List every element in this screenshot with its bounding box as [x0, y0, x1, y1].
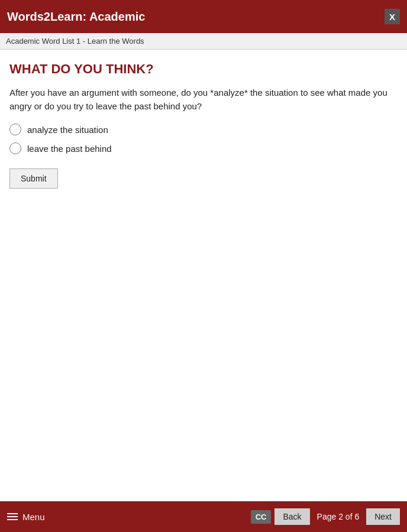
app-header: Words2Learn: Academic X — [0, 0, 407, 33]
list-item: leave the past behind — [9, 142, 398, 154]
option-label-2[interactable]: leave the past behind — [27, 144, 112, 154]
menu-icon — [7, 513, 18, 520]
main-content: WHAT DO YOU THINK? After you have an arg… — [0, 50, 407, 501]
question-text: After you have an argument with someone,… — [9, 86, 398, 113]
options-list: analyze the situation leave the past beh… — [9, 124, 398, 154]
submit-button[interactable]: Submit — [9, 168, 58, 189]
next-button[interactable]: Next — [366, 508, 400, 525]
option-label-1[interactable]: analyze the situation — [27, 125, 108, 135]
breadcrumb: Academic Word List 1 - Learn the Words — [0, 33, 407, 50]
option-radio-2[interactable] — [9, 142, 21, 154]
cc-button[interactable]: CC — [251, 510, 272, 524]
option-radio-1[interactable] — [9, 124, 21, 135]
app-footer: Menu CC Back Page 2 of 6 Next — [0, 501, 407, 532]
breadcrumb-text: Academic Word List 1 - Learn the Words — [6, 37, 144, 46]
close-button[interactable]: X — [385, 9, 400, 24]
page-info: Page 2 of 6 — [314, 512, 363, 521]
footer-nav: CC Back Page 2 of 6 Next — [251, 508, 400, 525]
back-button[interactable]: Back — [274, 508, 309, 525]
section-title: WHAT DO YOU THINK? — [9, 61, 398, 77]
menu-label: Menu — [22, 512, 45, 522]
list-item: analyze the situation — [9, 124, 398, 135]
app-title: Words2Learn: Academic — [7, 10, 145, 24]
menu-button[interactable]: Menu — [7, 512, 45, 522]
